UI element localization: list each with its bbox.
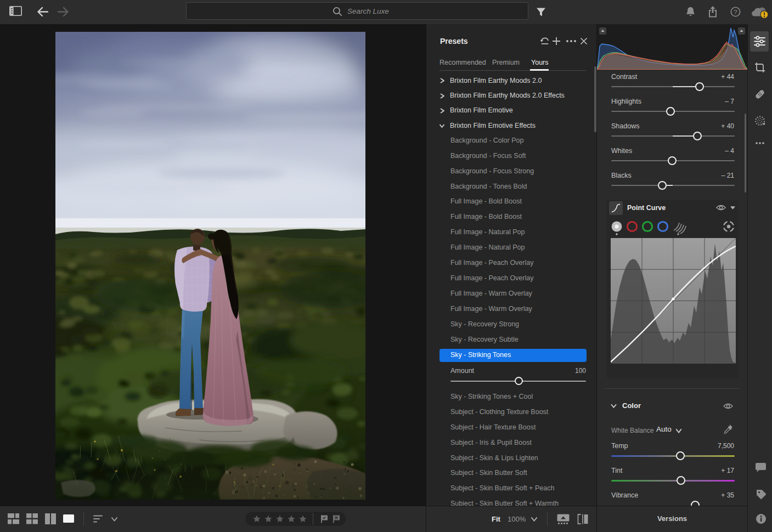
svg-text:?: ? xyxy=(734,9,737,15)
